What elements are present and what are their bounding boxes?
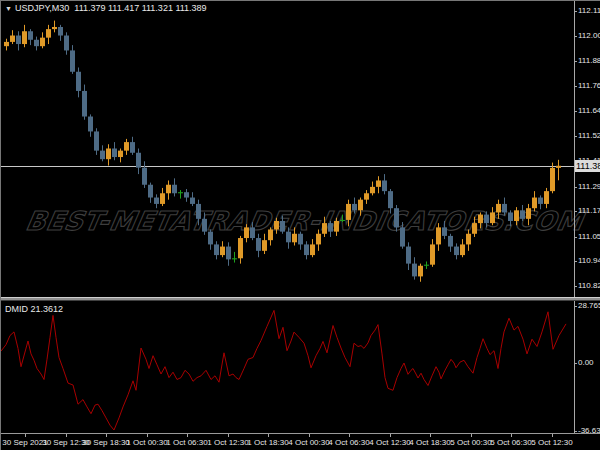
dmid-indicator-line: [1, 310, 566, 430]
candle-body: [364, 193, 369, 199]
main-chart-panel[interactable]: BEST-METATRADER-INDICATORS.COM ▼USDJPY,M…: [1, 1, 574, 297]
candle-body: [292, 234, 297, 243]
time-axis-tick: [471, 434, 472, 437]
candle-body: [508, 212, 513, 221]
candle-body: [538, 198, 543, 204]
axis-tick: [574, 136, 577, 137]
chart-header: ▼USDJPY,M30111.379 111.417 111.321 111.3…: [5, 3, 207, 13]
axis-tick: [574, 36, 577, 37]
candle-body: [208, 232, 213, 245]
candle-wick: [558, 160, 559, 180]
candle-body: [100, 151, 105, 160]
candle-body: [400, 227, 405, 246]
axis-tick: [574, 306, 577, 307]
candle-body: [460, 244, 465, 255]
candle-body: [52, 27, 57, 29]
price-axis-label: 112.115: [578, 6, 600, 15]
panel-splitter[interactable]: [1, 297, 600, 301]
candle-body: [34, 40, 39, 46]
candle-body: [244, 227, 249, 238]
candle-body: [502, 204, 507, 213]
price-axis-label: 111.175: [578, 206, 600, 215]
candle-wick: [180, 190, 181, 199]
axis-tick: [574, 187, 577, 188]
candle-body: [448, 236, 453, 247]
candle-wick: [54, 21, 55, 33]
axis-tick: [574, 111, 577, 112]
price-axis-border: [574, 1, 575, 433]
candle-body: [424, 265, 429, 266]
time-axis-tick: [25, 434, 26, 437]
candle-body: [334, 221, 339, 232]
ohlc-values: 111.379 111.417 111.321 111.389: [74, 3, 206, 13]
time-axis-tick: [66, 434, 67, 437]
candle-body: [442, 227, 447, 236]
candle-body: [202, 219, 207, 232]
candle-body: [106, 149, 111, 160]
axis-tick: [574, 86, 577, 87]
candle-body: [172, 185, 177, 194]
price-axis-label: 111.765: [578, 81, 600, 90]
candle-body: [514, 210, 519, 221]
axis-tick: [574, 363, 577, 364]
indicator-panel[interactable]: DMID 21.3612: [1, 301, 574, 433]
candle-body: [286, 232, 291, 243]
price-axis-column[interactable]: 112.115112.000111.880111.765111.645111.5…: [577, 1, 600, 450]
candle-body: [214, 244, 219, 255]
axis-tick: [574, 286, 577, 287]
candle-body: [556, 166, 561, 168]
candle-body: [76, 72, 81, 91]
indicator-axis-label: -36.6358: [578, 426, 600, 435]
candle-body: [28, 31, 33, 40]
candlestick-chart: [1, 1, 574, 297]
candle-body: [406, 247, 411, 264]
candle-body: [478, 215, 483, 224]
candle-body: [496, 204, 501, 213]
candle-body: [46, 29, 51, 38]
candle-body: [22, 31, 27, 44]
candle-body: [328, 223, 333, 232]
candle-body: [472, 223, 477, 234]
symbol-timeframe-label: USDJPY,M30: [15, 3, 69, 13]
candle-body: [520, 210, 525, 219]
candle-body: [118, 151, 123, 157]
price-axis-label: 111.290: [578, 182, 600, 191]
candle-body: [154, 198, 159, 204]
axis-tick: [574, 61, 577, 62]
candle-body: [148, 185, 153, 198]
price-axis-label: 110.825: [578, 281, 600, 290]
candle-body: [484, 215, 489, 224]
candle-body: [268, 230, 273, 241]
price-axis-label: 111.645: [578, 106, 600, 115]
candle-body: [238, 238, 243, 258]
time-axis-tick: [309, 434, 310, 437]
candle-body: [544, 191, 549, 204]
candle-body: [88, 117, 93, 132]
price-axis-label: 111.880: [578, 56, 600, 65]
candle-body: [178, 192, 183, 193]
candle-body: [436, 227, 441, 244]
candle-body: [232, 258, 237, 259]
candle-body: [160, 193, 165, 204]
candle-body: [412, 264, 417, 277]
candle-body: [196, 204, 201, 219]
candle-body: [316, 234, 321, 245]
candle-body: [352, 204, 357, 210]
candle-body: [310, 244, 315, 255]
candle-body: [112, 149, 117, 158]
axis-tick: [574, 431, 577, 432]
candle-body: [340, 220, 345, 221]
candle-body: [16, 36, 21, 45]
indicator-axis-label: 28.7654: [578, 301, 600, 310]
candle-body: [190, 198, 195, 204]
time-axis-tick: [552, 434, 553, 437]
candle-wick: [234, 252, 235, 263]
candle-body: [418, 266, 423, 277]
price-axis-label: 111.055: [578, 232, 600, 241]
axis-tick: [574, 211, 577, 212]
indicator-label: DMID 21.3612: [5, 304, 63, 314]
candle-body: [322, 223, 327, 234]
mt4-chart-window: BEST-METATRADER-INDICATORS.COM ▼USDJPY,M…: [0, 0, 600, 450]
candle-body: [280, 221, 285, 232]
time-axis-tick: [187, 434, 188, 437]
